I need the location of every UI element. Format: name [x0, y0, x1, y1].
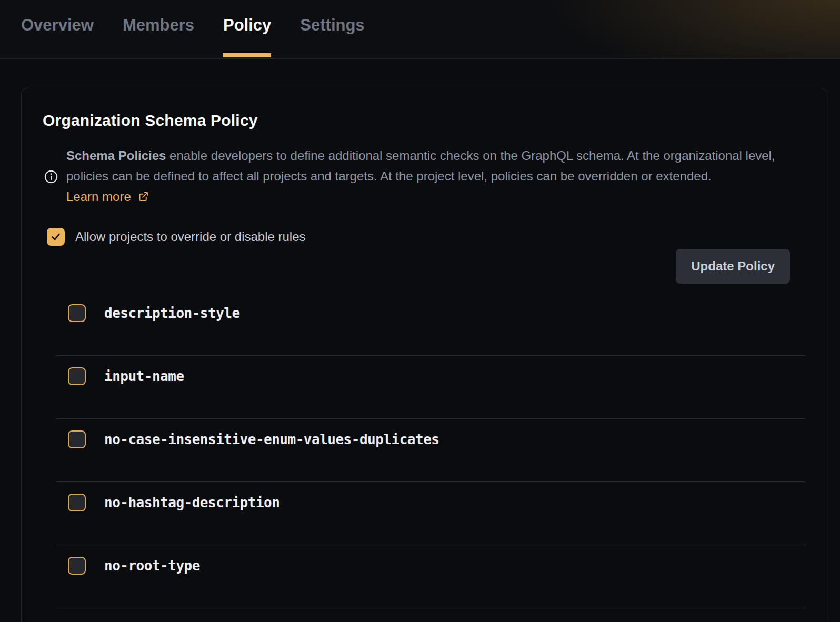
rule-checkbox[interactable]	[68, 557, 86, 575]
schema-policy-card: Organization Schema Policy Schema Polici…	[21, 88, 827, 622]
rule-checkbox[interactable]	[68, 367, 86, 385]
org-tab[interactable]: Members	[123, 0, 194, 58]
org-tab[interactable]: Policy	[223, 0, 271, 58]
policy-description-lead: Schema Policies	[66, 148, 166, 163]
info-icon	[44, 169, 58, 184]
rules-list: description-style input-name no-case-ins	[56, 293, 806, 608]
learn-more-label: Learn more	[66, 189, 131, 204]
checkmark-icon	[50, 231, 62, 243]
policy-info-callout: Schema Policies enable developers to def…	[44, 145, 806, 208]
learn-more-link[interactable]: Learn more	[66, 189, 149, 204]
tab-label: Settings	[300, 16, 364, 35]
org-tab[interactable]: Overview	[21, 0, 94, 58]
rule-name: input-name	[104, 368, 184, 384]
tab-label: Policy	[223, 16, 271, 35]
rule-name: description-style	[104, 305, 240, 321]
tab-label: Overview	[21, 16, 94, 35]
rule-row[interactable]: no-hashtag-description	[56, 482, 806, 545]
tab-label: Members	[123, 16, 194, 35]
allow-override-label: Allow projects to override or disable ru…	[75, 229, 306, 244]
rule-name: no-hashtag-description	[104, 495, 279, 510]
page-title: Organization Schema Policy	[43, 112, 806, 129]
rule-row[interactable]: no-case-insensitive-enum-values-duplicat…	[56, 419, 806, 482]
rule-name: no-root-type	[104, 558, 200, 574]
rule-checkbox[interactable]	[68, 494, 86, 511]
rule-name: no-case-insensitive-enum-values-duplicat…	[104, 432, 439, 447]
rule-checkbox[interactable]	[68, 430, 86, 448]
rule-row[interactable]: no-root-type	[56, 545, 806, 608]
rule-checkbox[interactable]	[68, 304, 86, 322]
allow-override-row[interactable]: Allow projects to override or disable ru…	[47, 228, 806, 246]
actions-row: Update Policy	[43, 249, 790, 284]
external-link-icon	[135, 190, 149, 205]
rule-row[interactable]: description-style	[56, 293, 806, 356]
org-tab-bar: Overview Members Policy Settings	[0, 0, 840, 59]
allow-override-checkbox[interactable]	[47, 228, 65, 246]
update-policy-button[interactable]: Update Policy	[676, 249, 790, 284]
policy-description: Schema Policies enable developers to def…	[66, 145, 788, 208]
policy-description-body: enable developers to define additional s…	[66, 148, 775, 183]
org-tab[interactable]: Settings	[300, 0, 364, 58]
rule-row[interactable]: input-name	[56, 356, 806, 419]
